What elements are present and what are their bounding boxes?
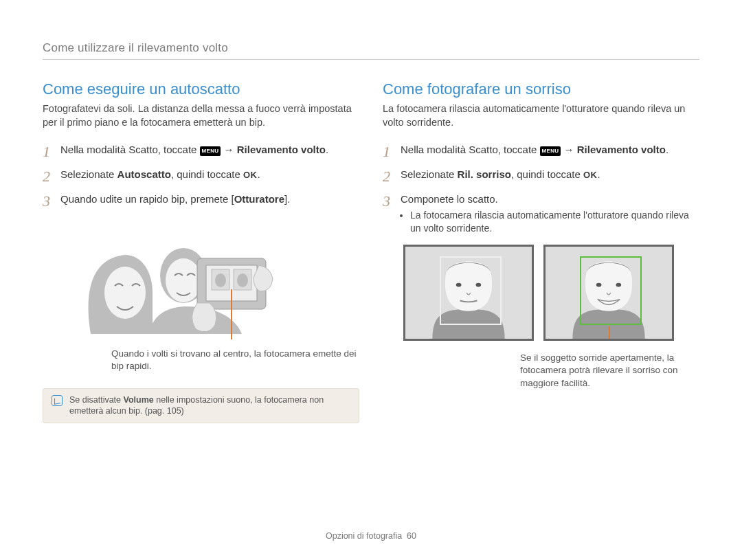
- left-column: Come eseguire un autoscatto Fotografatev…: [43, 80, 359, 423]
- step-number: 1: [43, 143, 60, 159]
- photo-frame-smile: [543, 245, 674, 341]
- step-body: Nella modalità Scatto, toccate MENU → Ri…: [60, 143, 359, 157]
- svg-point-6: [215, 273, 226, 287]
- right-step-3: 3 Componete lo scatto. La fotocamera ril…: [383, 192, 699, 235]
- text: Selezionate: [60, 168, 117, 180]
- arrow-icon: →: [561, 144, 576, 155]
- step-number: 2: [383, 168, 401, 184]
- detect-box-green: [580, 256, 642, 325]
- text: Componete lo scatto.: [401, 193, 498, 205]
- text: .: [257, 168, 260, 180]
- step-number: 2: [43, 168, 60, 184]
- text: .: [666, 144, 668, 155]
- left-step-2: 2 Selezionate Autoscatto, quindi toccate…: [43, 168, 359, 184]
- right-intro: La fotocamera rilascia automaticamente l…: [383, 102, 699, 129]
- left-caption: Quando i volti si trovano al centro, la …: [111, 348, 359, 372]
- step-body: Quando udite un rapido bip, premete [Ott…: [60, 192, 359, 206]
- left-intro: Fotografatevi da soli. La distanza della…: [43, 102, 359, 129]
- text: Selezionate: [401, 168, 458, 180]
- arrow-icon: →: [221, 144, 236, 155]
- svg-point-0: [104, 267, 146, 319]
- text: Nella modalità Scatto, toccate: [60, 144, 200, 155]
- right-step-2: 2 Selezionate Ril. sorriso, quindi tocca…: [383, 168, 699, 184]
- left-step-1: 1 Nella modalità Scatto, toccate MENU → …: [43, 143, 359, 159]
- text: Se disattivate: [69, 395, 124, 405]
- bold-text: Ril. sorriso: [458, 168, 511, 180]
- right-title: Come fotografare un sorriso: [383, 80, 699, 98]
- left-illustration: [77, 217, 297, 341]
- left-title: Come eseguire un autoscatto: [43, 80, 359, 98]
- bold-text: Otturatore: [234, 193, 284, 205]
- breadcrumb: Come utilizzare il rilevamento volto: [43, 41, 699, 60]
- ok-icon: OK: [243, 170, 258, 180]
- text: , quindi toccate: [171, 168, 243, 180]
- step-body: Selezionate Ril. sorriso, quindi toccate…: [401, 168, 699, 181]
- text: Nella modalità Scatto, toccate: [401, 144, 540, 155]
- footer-page: 60: [407, 531, 416, 541]
- leader-line: [609, 326, 610, 341]
- text: , quindi toccate: [511, 168, 583, 180]
- menu-icon: MENU: [540, 146, 561, 156]
- bold-text: Volume: [124, 395, 154, 405]
- note-icon: [52, 395, 63, 406]
- step-number: 3: [43, 192, 60, 209]
- footer-label: Opzioni di fotografia: [326, 531, 402, 541]
- step-body: Selezionate Autoscatto, quindi toccate O…: [60, 168, 359, 181]
- selfie-illustration-svg: [77, 217, 297, 341]
- photo-frame-neutral: [403, 245, 534, 341]
- bold-text: Rilevamento volto: [237, 144, 326, 155]
- step-body: Componete lo scatto. La fotocamera rilas…: [401, 192, 699, 235]
- right-illustration-wrap: [403, 245, 699, 341]
- page-footer: Opzioni di fotografia 60: [0, 531, 742, 541]
- bullet-item: La fotocamera rilascia automaticamente l…: [410, 209, 699, 235]
- step-body: Nella modalità Scatto, toccate MENU → Ri…: [401, 143, 699, 157]
- menu-icon: MENU: [200, 146, 221, 156]
- left-step-3: 3 Quando udite un rapido bip, premete [O…: [43, 192, 359, 209]
- bullet-list: La fotocamera rilascia automaticamente l…: [401, 209, 699, 235]
- bold-text: Autoscatto: [117, 168, 171, 180]
- detect-box-white: [440, 256, 502, 325]
- text: .: [598, 168, 600, 180]
- step-number: 1: [383, 143, 401, 159]
- content-columns: Come eseguire un autoscatto Fotografatev…: [43, 80, 699, 423]
- text: Quando udite un rapido bip, premete [: [60, 193, 234, 205]
- note-box: Se disattivate Volume nelle impostazioni…: [43, 388, 359, 424]
- right-step-1: 1 Nella modalità Scatto, toccate MENU → …: [383, 143, 699, 159]
- text: ].: [284, 193, 290, 205]
- ok-icon: OK: [583, 170, 598, 180]
- bold-text: Rilevamento volto: [577, 144, 666, 155]
- right-column: Come fotografare un sorriso La fotocamer…: [383, 80, 699, 423]
- right-caption: Se il soggetto sorride apertamente, la f…: [520, 352, 699, 390]
- note-text: Se disattivate Volume nelle impostazioni…: [69, 394, 350, 418]
- svg-point-8: [237, 273, 248, 287]
- text: .: [326, 144, 328, 155]
- step-number: 3: [383, 192, 401, 209]
